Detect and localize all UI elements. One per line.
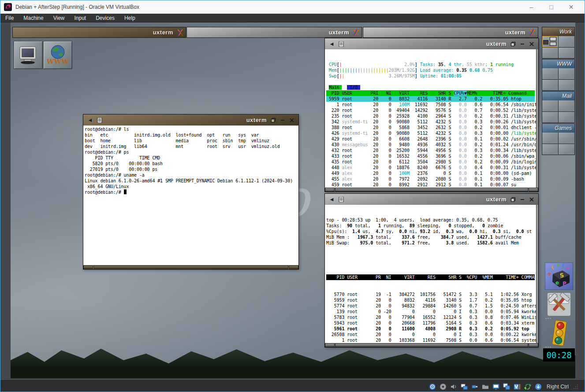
pager-cell[interactable] <box>542 80 558 90</box>
top-terminal-output[interactable]: top - 00:28:53 up 1:00, 4 users, load av… <box>325 205 536 343</box>
pager-desk-work: Work <box>542 27 575 59</box>
top-process-table: 5770 root 19 -1 384272 101756 51472 S 3.… <box>326 292 535 343</box>
pager-cell[interactable] <box>542 36 558 47</box>
top-window-titlebar[interactable]: ◀ uxterm <box>325 194 538 205</box>
build-tools-icon <box>545 291 573 318</box>
audio-icon[interactable] <box>450 383 458 391</box>
window-restore-button[interactable] <box>269 116 277 124</box>
pager-cell[interactable] <box>559 48 574 58</box>
menu-item[interactable]: View <box>48 14 70 22</box>
window-minimize-button[interactable] <box>518 40 526 48</box>
window-resize-bar[interactable] <box>83 265 298 269</box>
hard-disk-icon[interactable] <box>429 383 436 391</box>
pager-cell[interactable] <box>559 100 574 111</box>
menu-item[interactable]: File <box>0 14 19 22</box>
close-button[interactable]: ✕ <box>561 1 581 13</box>
menu-item[interactable]: Machine <box>19 14 48 22</box>
virtualbox-logo-icon <box>4 3 12 11</box>
x11-logo-icon <box>176 29 183 36</box>
pager-desk-label[interactable]: Games <box>542 124 574 133</box>
window-back-button[interactable]: ◀ <box>86 116 94 124</box>
guest-desktop: ep uxterm uxterm uxterm WWW Work <box>11 22 575 378</box>
network-activity-icon[interactable] <box>524 383 532 391</box>
terminal-launcher[interactable] <box>14 41 43 69</box>
vbox-titlebar[interactable]: Debian + AfterStep [Running] - Oracle VM… <box>0 0 585 14</box>
pager-cell[interactable] <box>542 144 558 155</box>
window-restore-button[interactable] <box>509 40 517 48</box>
shaded-window-1[interactable]: uxterm <box>12 27 186 38</box>
pager-cell[interactable] <box>559 144 574 155</box>
pager-desk-label[interactable]: WWW <box>542 59 574 68</box>
desktop-pager: Work WWW Mail <box>542 27 575 155</box>
htop-process-table[interactable]: 5959 root 20 0 8032 4116 3140 R 2.7 0.2 … <box>326 96 535 188</box>
window-minimize-button[interactable] <box>279 116 286 124</box>
seamless-windows-icon[interactable] <box>503 383 510 391</box>
window-minimize-button[interactable] <box>518 196 526 203</box>
maximize-button[interactable]: □ <box>541 1 561 13</box>
window-back-button[interactable]: ◀ <box>328 40 335 48</box>
clock[interactable]: 00:28 <box>543 348 575 362</box>
window-restore-button[interactable] <box>509 196 517 203</box>
pager-cell[interactable] <box>542 48 558 58</box>
htop-window-titlebar[interactable]: ◀ uxterm <box>325 38 538 49</box>
wharf-dock: afttrSeP <box>544 263 574 348</box>
pager-cell[interactable] <box>559 36 574 47</box>
pager-desk-label[interactable]: Mail <box>542 92 574 100</box>
shaded-window-title: uxterm <box>329 29 349 36</box>
menu-item[interactable]: Input <box>70 14 91 22</box>
shaded-window-2[interactable]: uxterm <box>186 27 362 38</box>
htop-terminal-output[interactable]: CPU[| 2.0%] Tasks: 35, 4 thr, 55 kthr; 1… <box>325 49 536 188</box>
autoresize-icon[interactable] <box>534 383 542 391</box>
traffic-light-icon <box>545 320 573 347</box>
window-menu-button[interactable] <box>337 40 345 48</box>
window-side-handle[interactable] <box>536 49 538 188</box>
window-close-button[interactable] <box>528 196 535 203</box>
shell-terminal-output[interactable]: root@debian:/# lsbin etc initrd.img.old … <box>83 126 298 265</box>
menu-item[interactable]: Devices <box>91 14 119 22</box>
vbox-menubar: FileMachineViewInputDevicesHelp <box>0 14 585 22</box>
svg-text:P: P <box>563 281 566 287</box>
wharf-tile-dots <box>545 318 551 319</box>
pager-cell[interactable] <box>542 68 558 79</box>
shaded-window-3[interactable]: uxterm <box>363 27 538 38</box>
build-tools-launcher[interactable] <box>545 291 573 318</box>
window-resize-bar[interactable] <box>325 188 538 192</box>
afterstep-logo-icon: afttrSeP <box>545 263 573 290</box>
resize-grip[interactable] <box>573 384 578 389</box>
pager-cell[interactable] <box>559 68 574 79</box>
htop-tabs[interactable]: Main I/O <box>326 85 535 90</box>
window-side-handle[interactable] <box>536 205 538 343</box>
window-menu-button[interactable] <box>337 196 345 203</box>
window-close-button[interactable] <box>528 40 535 48</box>
pager-cell[interactable] <box>559 133 574 144</box>
window-close-button[interactable] <box>288 116 295 124</box>
pager-cell[interactable] <box>542 133 558 144</box>
svg-text:e: e <box>555 280 559 286</box>
minimize-button[interactable]: – <box>522 1 541 13</box>
shell-window-titlebar[interactable]: ◀ uxterm <box>83 115 298 126</box>
shaded-window-title: uxterm <box>153 29 173 36</box>
window-resize-bar[interactable] <box>325 343 538 347</box>
optical-disk-icon[interactable] <box>439 383 447 391</box>
display-icon[interactable] <box>492 383 500 391</box>
window-title: uxterm <box>486 196 507 203</box>
pager-cell[interactable] <box>559 112 574 122</box>
shared-folders-icon[interactable] <box>481 383 489 391</box>
desktop-trees-image <box>11 345 575 378</box>
browser-launcher[interactable]: WWW <box>43 41 72 69</box>
window-back-button[interactable]: ◀ <box>328 196 335 203</box>
pager-cell[interactable] <box>559 80 574 90</box>
network-icon[interactable] <box>460 383 468 391</box>
usb-icon[interactable] <box>471 383 479 391</box>
vm-features-icon[interactable]: V <box>513 383 521 391</box>
svg-text:t: t <box>557 263 559 268</box>
pager-desk-label[interactable]: Work <box>542 27 574 36</box>
pager-cell[interactable] <box>542 100 558 111</box>
afterstep-launcher[interactable]: afttrSeP <box>545 263 573 290</box>
traffic-light-launcher[interactable] <box>545 320 573 347</box>
htop-table-header[interactable]: PID USER PRI NI VIRT RES SHR S CPU%▼MEM%… <box>326 90 535 96</box>
pager-cell[interactable] <box>542 112 558 122</box>
window-menu-button[interactable] <box>96 116 103 124</box>
menu-item[interactable]: Help <box>119 14 140 22</box>
window-title: Debian + AfterStep [Running] - Oracle VM… <box>15 4 139 10</box>
